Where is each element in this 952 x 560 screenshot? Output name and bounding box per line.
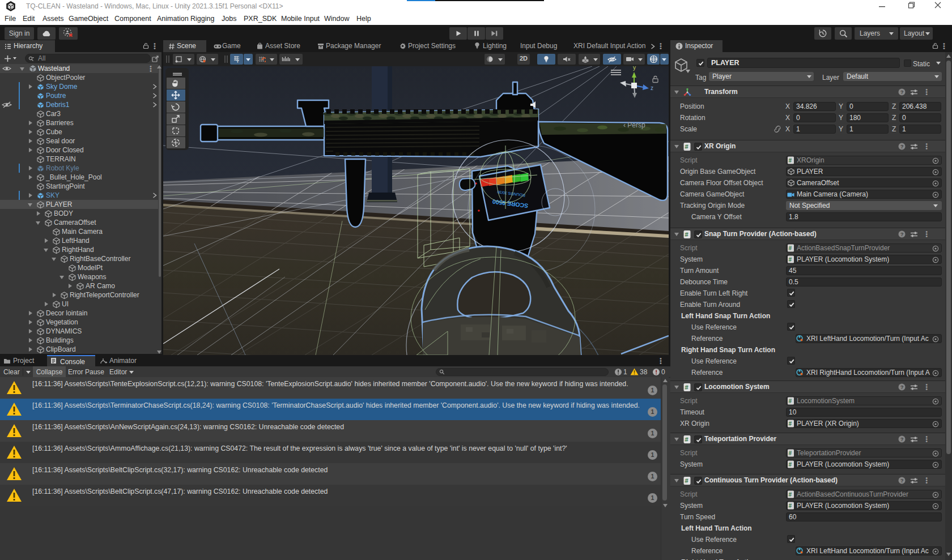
svg-text:#: # — [685, 436, 688, 443]
svg-text:#: # — [685, 143, 688, 150]
svg-text:?: ? — [900, 437, 904, 442]
svg-text:#: # — [789, 450, 792, 456]
svg-text:?: ? — [900, 144, 904, 149]
svg-text:Y: Y — [236, 59, 239, 63]
svg-text:#: # — [685, 477, 688, 484]
svg-text:?: ? — [900, 384, 904, 390]
svg-text:#: # — [789, 503, 792, 509]
svg-text:?: ? — [900, 478, 904, 484]
svg-text:#: # — [789, 157, 792, 164]
svg-text:#: # — [789, 245, 792, 251]
svg-text:#: # — [789, 461, 792, 468]
svg-text:y: y — [633, 66, 636, 71]
svg-text:z: z — [651, 85, 653, 91]
svg-text:?: ? — [900, 89, 904, 95]
svg-text:‹ Persp: ‹ Persp — [623, 121, 645, 129]
svg-text:?: ? — [900, 232, 904, 237]
svg-text:#: # — [789, 491, 792, 498]
svg-text:#: # — [789, 421, 792, 427]
svg-text:#: # — [789, 257, 792, 263]
svg-text:#: # — [685, 384, 688, 391]
svg-text:#: # — [789, 398, 792, 404]
svg-text:#: # — [685, 231, 688, 238]
